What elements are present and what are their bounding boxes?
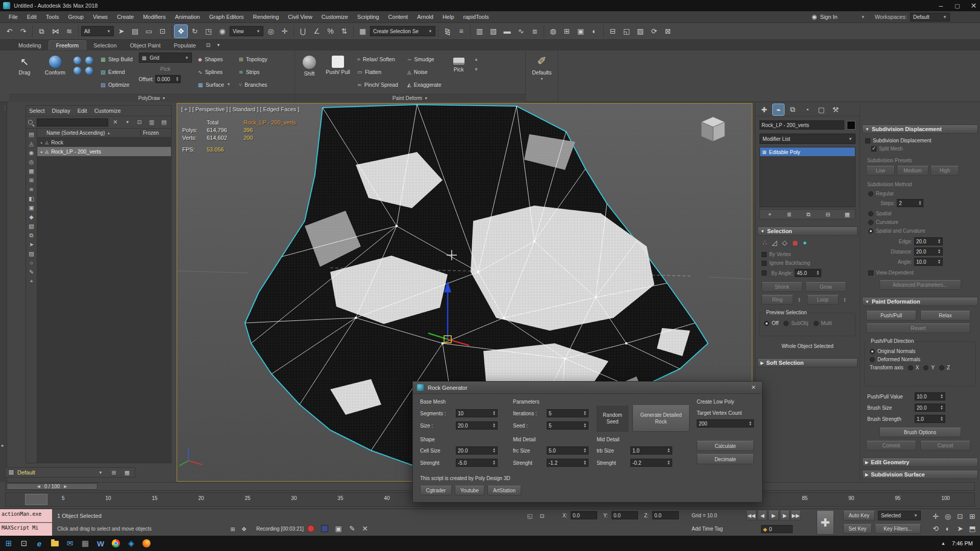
goto-end-icon[interactable]: ▶▶ [791,511,801,520]
ribbon-minimize-icon[interactable]: ▼ [214,41,223,50]
filter-materials-icon[interactable]: ◆ [27,212,37,221]
topology-button[interactable]: ⊞ Topology [237,53,270,65]
time-slider-handle[interactable]: ◀ 0 / 100 ▶ [7,483,97,490]
word-icon[interactable]: W [94,537,107,550]
polydraw-pick-button[interactable]: Pick [139,64,192,73]
selection-filter-dropdown[interactable]: All▼ [81,26,114,36]
hierarchy-tab-icon[interactable]: ⧉ [787,104,798,115]
tab-object-paint[interactable]: Object Paint [124,41,167,50]
isolate-icon[interactable]: ◱ [620,25,633,38]
named-selection-sets-dropdown[interactable]: Create Selection Se▼ [370,26,435,36]
edit-geometry-rollout-header[interactable]: ▶Edit Geometry [862,458,978,467]
layer-list-icon[interactable]: ▼ [95,468,106,477]
calculate-button[interactable]: Calculate [697,441,754,451]
filter-pin-icon[interactable]: ⌖ [27,277,37,286]
menu-scripting[interactable]: Scripting [353,14,384,20]
brush-strength-field[interactable]: 1.0▲▼ [915,415,945,423]
zoom-icon[interactable]: ◎ [942,511,953,522]
modifier-list-dropdown[interactable]: Modifier List▼ [760,134,855,144]
key-filters-button[interactable]: Key Filters... [875,524,921,534]
name-column-header[interactable]: Name (Sorted Ascending) ▲ [37,130,140,136]
percent-snap-icon[interactable]: % [324,25,337,38]
maxscript-listener-line2[interactable]: MAXScript Mi [0,523,52,536]
close-button[interactable]: ✕ [967,0,980,11]
menu-arnold[interactable]: Arnold [412,14,438,20]
shift-button[interactable]: Shift [298,53,321,77]
panel-scroll-up-icon[interactable]: ▲ [474,57,479,62]
select-and-place-icon[interactable]: ◉ [216,25,229,38]
conform-brush-1-icon[interactable] [74,57,81,64]
shapes-button[interactable]: ◆ Shapes [196,53,233,65]
conform-brush-3-icon[interactable] [74,67,81,74]
node-bullet-icon[interactable]: ● [40,141,42,144]
preset-medium-button[interactable]: Medium [897,166,928,176]
push-pull-button[interactable]: Push/ Pull [326,53,350,75]
paint-pick-button[interactable]: Pick [449,53,469,72]
push-pull-value-field[interactable]: 10.0▲▼ [915,392,945,400]
exaggerate-button[interactable]: ◭ Exaggerate [405,78,444,91]
window-crossing-icon[interactable]: ⊡ [156,25,169,38]
bind-to-spacewarp-icon[interactable]: ≋ [63,25,76,38]
filter-groups-icon[interactable]: ▧ [27,221,37,231]
sign-in-caret-icon[interactable]: ▼ [861,15,865,19]
view-dependent-checkbox[interactable] [868,270,873,276]
store-icon[interactable]: ▦ [79,537,92,550]
tray-expand-icon[interactable]: ▲ [937,537,950,550]
by-angle-checkbox[interactable] [762,270,767,276]
extra-tool-3-icon[interactable]: ⊠ [662,25,674,38]
angle-snap-icon[interactable]: ∠ [310,25,323,38]
goto-start-icon[interactable]: ◀◀ [746,511,756,520]
rendered-frame-icon[interactable]: ▣ [574,25,587,38]
polydraw-conform-button[interactable]: Conform [41,53,69,76]
youtube-button[interactable]: Youtube [455,486,484,495]
menu-customize[interactable]: Customize [317,14,353,20]
optimize-button[interactable]: ▨ Optimize [99,78,135,91]
isolate-selection-icon[interactable]: ◱ [525,511,535,521]
use-pivot-center-icon[interactable]: ◎ [264,25,277,38]
tab-modeling[interactable]: Modeling [12,41,47,50]
revert-button[interactable]: Revert [866,323,970,333]
material-editor-icon[interactable]: ◍ [547,25,559,38]
mail-icon[interactable]: ✉ [63,537,77,550]
tab-populate[interactable]: Populate [167,41,202,50]
random-seed-button[interactable]: Random Seed [597,405,628,432]
curve-editor-icon[interactable]: ∿ [514,25,527,38]
commit-button[interactable]: Commit [866,441,916,450]
extra-tool-2-icon[interactable]: ⟳ [648,25,660,38]
filter-frozen-icon[interactable]: ▨ [27,249,37,258]
workspace-dropdown[interactable]: Default▼ [910,13,950,21]
maxscript-listener-line1[interactable]: actionMan.exe [0,509,52,522]
prev-key-icon[interactable]: ◀ [757,511,767,520]
preview-off-radio[interactable] [764,321,769,326]
brush-size-field[interactable]: 20.0▲▼ [915,404,945,412]
filter-hidden-icon[interactable]: ○ [27,258,37,267]
select-and-rotate-icon[interactable]: ↻ [188,25,201,38]
by-angle-field[interactable]: 45.0▲▼ [795,269,821,277]
original-normals-radio[interactable] [870,349,875,354]
ring-button[interactable]: Ring [762,295,793,305]
orbit-icon[interactable]: ⟲ [930,523,941,534]
filter-bones-icon[interactable]: ◧ [27,194,37,203]
vertex-subobject-icon[interactable]: ∴ [763,239,767,246]
select-and-move-icon[interactable]: ✥ [175,25,187,38]
z-coordinate-field[interactable]: 0.0 [652,511,679,519]
axis-z-radio[interactable] [939,365,944,370]
ignore-backfacing-checkbox[interactable] [762,261,767,266]
filter-cameras-icon[interactable]: ▦ [27,166,37,176]
play-icon[interactable]: ▶ [768,511,779,520]
filter-geometry-icon[interactable]: ◬ [27,139,37,148]
polydraw-grid-dropdown[interactable]: ▦ Grid▼ [139,53,192,63]
menu-modifiers[interactable]: Modifiers [138,14,170,20]
utilities-tab-icon[interactable]: ⚒ [830,104,841,115]
taskbar-clock[interactable]: 7:46 PM [952,540,980,546]
mid2-strenght-field[interactable]: -0.2▲▼ [630,459,672,467]
menu-civil-view[interactable]: Civil View [283,14,316,20]
menu-graph-editors[interactable]: Graph Editors [205,14,249,20]
relax-soften-button[interactable]: ≈ Relax/ Soften [355,53,400,65]
selection-region-icon[interactable]: ▭ [142,25,155,38]
menu-animation[interactable]: Animation [170,14,205,20]
spatial-radio[interactable] [868,211,873,216]
explorer-menu-customize[interactable]: Customize [94,108,121,114]
make-unique-icon[interactable]: ⧉ [799,210,818,219]
record-edit-icon[interactable]: ✎ [347,523,357,534]
